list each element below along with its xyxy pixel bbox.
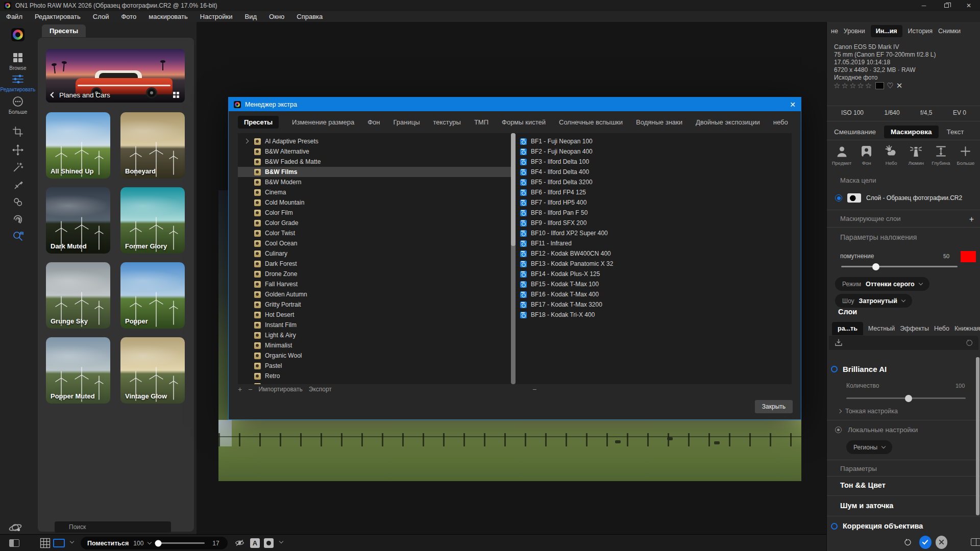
folder-row[interactable]: B&W Alternative bbox=[238, 146, 511, 157]
menu-item[interactable]: Окно bbox=[269, 13, 284, 20]
opacity-slider-thumb[interactable] bbox=[872, 263, 879, 270]
split-view-icon[interactable] bbox=[971, 538, 980, 546]
folder-list-scrollbar[interactable] bbox=[511, 133, 516, 384]
local-settings-row[interactable]: Локальные настройки bbox=[835, 426, 918, 434]
dialog-tab[interactable]: Формы кистей bbox=[502, 118, 546, 126]
film-row[interactable]: BF17 - Kodak T-Max 3200 bbox=[517, 299, 792, 310]
folder-row[interactable]: Hot Desert bbox=[238, 310, 511, 320]
menu-item[interactable]: Слой bbox=[93, 13, 109, 20]
film-row[interactable]: BF18 - Kodak Tri-X 400 bbox=[517, 310, 792, 320]
menu-item[interactable]: маскировать bbox=[149, 13, 188, 20]
menu-item[interactable]: Редактировать bbox=[35, 13, 81, 20]
mask-tool-luminosity[interactable]: Люмин bbox=[904, 144, 928, 166]
chevron-down-icon[interactable] bbox=[148, 540, 152, 544]
minimize-button[interactable]: ─ bbox=[913, 0, 935, 11]
info-tab[interactable]: Уровни bbox=[844, 28, 865, 35]
folder-row[interactable]: Instant Film bbox=[238, 320, 511, 330]
menu-item[interactable]: Файл bbox=[6, 13, 22, 20]
lens-correction-row[interactable]: Коррекция объектива bbox=[831, 522, 923, 530]
export-tray-icon[interactable] bbox=[834, 338, 843, 347]
amount-slider-track[interactable] bbox=[846, 397, 966, 399]
preset-tile[interactable]: Popper bbox=[120, 262, 185, 329]
film-row[interactable]: BF13 - Kodak Panatomic X 32 bbox=[517, 259, 792, 269]
restore-button[interactable] bbox=[935, 0, 958, 11]
folder-row[interactable]: Retro bbox=[238, 371, 511, 381]
grid-overlay-icon[interactable] bbox=[40, 538, 51, 548]
film-row[interactable]: BF4 - Ilford Delta 400 bbox=[517, 167, 792, 177]
layer-tab[interactable]: Книжная bbox=[954, 325, 980, 332]
add-button[interactable]: + bbox=[238, 385, 242, 393]
dialog-tab[interactable]: Изменение размера bbox=[292, 118, 354, 126]
layer-tab[interactable]: Местный bbox=[868, 325, 895, 332]
folder-row[interactable]: Fall Harvest bbox=[238, 279, 511, 289]
folder-row[interactable] bbox=[238, 381, 511, 384]
film-row[interactable]: BF8 - Ilford Pan F 50 bbox=[517, 208, 792, 218]
noise-sharpen-section[interactable]: Шум и заточка bbox=[840, 502, 893, 510]
fit-button[interactable]: Поместиться bbox=[87, 540, 129, 547]
enabled-ring-icon[interactable] bbox=[831, 366, 838, 372]
dialog-tab[interactable]: текстуры bbox=[433, 118, 460, 126]
regions-dropdown[interactable]: Регионы bbox=[846, 440, 892, 454]
preset-tile[interactable]: Boneyard bbox=[120, 112, 185, 179]
zoom-slider-thumb[interactable] bbox=[155, 540, 162, 546]
film-row[interactable]: BF12 - Kodak BW400CN 400 bbox=[517, 248, 792, 259]
soft-proof-icon[interactable] bbox=[53, 539, 65, 547]
presets-panel-tab[interactable]: Пресеты bbox=[42, 24, 86, 37]
preset-tile[interactable]: Dark Muted bbox=[46, 187, 110, 254]
film-row[interactable]: BF6 - Ilford FP4 125 bbox=[517, 187, 792, 197]
panel-toggle-icon[interactable] bbox=[9, 539, 19, 547]
dialog-tab[interactable]: Пресеты bbox=[238, 116, 279, 129]
expand-chevron-icon[interactable] bbox=[243, 139, 250, 143]
back-chevron-icon[interactable] bbox=[50, 92, 56, 97]
film-row[interactable]: BF14 - Kodak Plus-X 125 bbox=[517, 269, 792, 279]
dialog-close-button[interactable]: Закрыть bbox=[755, 400, 793, 413]
dialog-tab[interactable]: Фон bbox=[368, 118, 380, 126]
folder-row[interactable]: Culinary bbox=[238, 248, 511, 259]
dialog-tab[interactable]: Солнечные вспышки bbox=[559, 118, 623, 126]
folder-row[interactable]: Cinema bbox=[238, 187, 511, 197]
info-tab[interactable]: История bbox=[908, 28, 933, 35]
folder-row[interactable]: AI Adaptive Presets bbox=[238, 136, 511, 146]
opacity-slider-track[interactable] bbox=[841, 266, 958, 267]
tone-color-section[interactable]: Тон && Цвет bbox=[840, 481, 886, 489]
dialog-tab[interactable]: Водяные знаки bbox=[636, 118, 682, 126]
remove-button[interactable]: − bbox=[248, 385, 252, 393]
chevron-down-icon[interactable] bbox=[279, 539, 283, 543]
sidebar-item-browse[interactable]: Browse bbox=[0, 52, 36, 71]
folder-row[interactable]: B&W Films bbox=[238, 167, 511, 177]
import-button[interactable]: Импортировать bbox=[258, 386, 302, 393]
preset-tile[interactable]: Grunge Sky bbox=[46, 262, 110, 329]
add-masking-layer-button[interactable]: + bbox=[969, 215, 974, 224]
mode-dropdown[interactable]: Режим Оттенки серого bbox=[835, 277, 929, 291]
tool-zoom[interactable] bbox=[0, 230, 36, 242]
folder-row[interactable]: B&W Modern bbox=[238, 177, 511, 187]
folder-row[interactable]: Organic Wool bbox=[238, 350, 511, 361]
folder-row[interactable]: Minimalist bbox=[238, 340, 511, 350]
dialog-tab[interactable]: небо bbox=[773, 118, 788, 126]
folder-row[interactable]: Color Film bbox=[238, 208, 511, 218]
fine-tune-row[interactable]: Тонкая настройка bbox=[838, 408, 898, 415]
mask-tool-more[interactable]: Больше bbox=[954, 144, 977, 166]
zoom-value[interactable]: 100 bbox=[133, 540, 143, 547]
film-row[interactable]: BF11 - Infrared bbox=[517, 238, 792, 248]
close-button[interactable]: ✕ bbox=[958, 0, 980, 11]
preset-tile[interactable]: All Shined Up bbox=[46, 112, 110, 179]
reject-icon[interactable]: ✕ bbox=[896, 81, 903, 90]
tool-crop[interactable] bbox=[0, 126, 36, 137]
film-row[interactable]: BF9 - Ilford SFX 200 bbox=[517, 218, 792, 228]
menu-item[interactable]: Настройки bbox=[200, 13, 233, 20]
film-row[interactable]: BF10 - Ilford XP2 Super 400 bbox=[517, 228, 792, 238]
brilliance-section-row[interactable]: Brilliance AI bbox=[831, 365, 887, 373]
focus-mask-icon[interactable]: A bbox=[250, 538, 260, 548]
radio-icon[interactable] bbox=[835, 427, 842, 433]
undo-icon[interactable] bbox=[903, 538, 912, 547]
cancel-button[interactable] bbox=[936, 536, 948, 549]
amount-slider-thumb[interactable] bbox=[905, 395, 912, 402]
preset-category-banner[interactable]: Planes and Cars bbox=[46, 49, 185, 103]
film-row[interactable]: BF7 - Ilford HP5 400 bbox=[517, 197, 792, 208]
dialog-close-icon[interactable]: ✕ bbox=[790, 101, 796, 109]
folder-row[interactable]: Color Grade bbox=[238, 218, 511, 228]
mask-tab[interactable]: Маскировка bbox=[884, 126, 939, 138]
folder-row[interactable]: Golden Autumn bbox=[238, 289, 511, 299]
info-tab[interactable]: Снимки bbox=[938, 28, 961, 35]
